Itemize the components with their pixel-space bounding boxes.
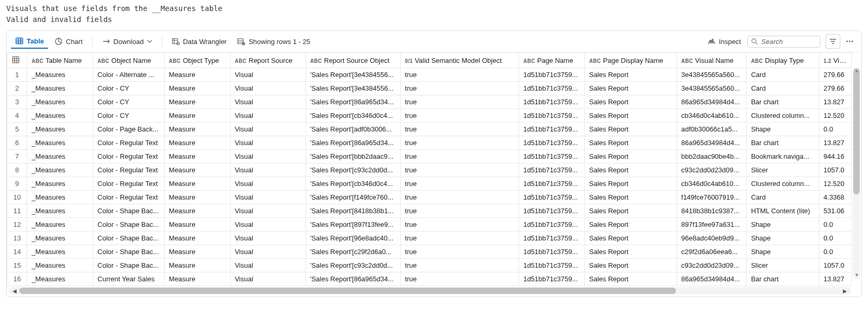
table-row[interactable]: 16_MeasuresCurrent Year SalesMeasureVisu… xyxy=(7,272,852,286)
cell[interactable]: 1d51bb71c3759... xyxy=(519,272,585,286)
table-row[interactable]: 2_MeasuresColor - CYMeasureVisual'Sales … xyxy=(7,82,852,95)
column-header[interactable]: ABCPage Name xyxy=(519,53,585,68)
cell[interactable]: 0.0 xyxy=(819,232,852,245)
cell[interactable]: Color - Regular Text xyxy=(93,191,165,204)
cell[interactable]: Sales Report xyxy=(585,177,677,191)
cell[interactable]: Visual xyxy=(230,272,306,286)
cell[interactable]: 13.827 xyxy=(819,136,852,150)
cell[interactable]: 'Sales Report'[86a965d34... xyxy=(306,272,400,286)
cell[interactable]: 'Sales Report'[86a965d34... xyxy=(306,95,400,109)
cell[interactable]: Color - Regular Text xyxy=(93,163,165,177)
cell[interactable]: true xyxy=(401,259,519,272)
cell[interactable]: true xyxy=(401,150,519,163)
cell[interactable]: 1d51bb71c3759... xyxy=(519,177,585,191)
rows-status[interactable]: Showing rows 1 - 25 xyxy=(233,35,314,48)
cell[interactable]: Sales Report xyxy=(585,218,677,232)
cell[interactable]: 'Sales Report'[96e8adc40... xyxy=(306,232,400,245)
cell[interactable]: Visual xyxy=(230,177,306,191)
cell[interactable]: Bookmark naviga... xyxy=(747,150,819,163)
cell[interactable]: 0.0 xyxy=(819,218,852,232)
cell[interactable]: 'Sales Report'[8418b38b1... xyxy=(306,204,400,218)
cell[interactable]: Sales Report xyxy=(585,150,677,163)
cell[interactable]: 1d51bb71c3759... xyxy=(519,218,585,232)
cell[interactable]: 'Sales Report'[cb346d0c4... xyxy=(306,177,400,191)
cell[interactable]: Card xyxy=(747,191,819,204)
cell[interactable]: 1d51bb71c3759... xyxy=(519,232,585,245)
cell[interactable]: 0.0 xyxy=(819,123,852,136)
cell[interactable]: Bar chart xyxy=(747,272,819,286)
cell[interactable]: Measure xyxy=(164,272,230,286)
more-button[interactable] xyxy=(842,34,857,49)
cell[interactable]: Sales Report xyxy=(585,191,677,204)
cell[interactable]: Bar chart xyxy=(747,95,819,109)
cell[interactable]: 'Sales Report'[897f13fee9... xyxy=(306,218,400,232)
cell[interactable]: Measure xyxy=(164,123,230,136)
cell[interactable]: Card xyxy=(747,82,819,95)
cell[interactable]: Visual xyxy=(230,82,306,95)
cell[interactable]: 1d51bb71c3759... xyxy=(519,163,585,177)
cell[interactable]: Sales Report xyxy=(585,232,677,245)
row-number-header[interactable] xyxy=(7,53,27,68)
cell[interactable]: 3e43845565a560... xyxy=(677,82,747,95)
cell[interactable]: 8418b38b1c9387... xyxy=(677,204,747,218)
cell[interactable]: Sales Report xyxy=(585,95,677,109)
cell[interactable]: Measure xyxy=(164,150,230,163)
filter-button[interactable] xyxy=(826,34,840,49)
cell[interactable]: Shape xyxy=(747,245,819,259)
cell[interactable]: 1d51bb71c3759... xyxy=(519,259,585,272)
table-row[interactable]: 15_MeasuresColor - Shape Bac...MeasureVi… xyxy=(7,259,852,272)
download-button[interactable]: Download xyxy=(98,35,156,48)
column-header[interactable]: ABCTable Name xyxy=(27,53,93,68)
vertical-scrollbar[interactable] xyxy=(853,68,860,279)
cell[interactable]: true xyxy=(401,68,519,82)
cell[interactable]: Visual xyxy=(230,136,306,150)
cell[interactable]: _Measures xyxy=(27,95,93,109)
table-row[interactable]: 3_MeasuresColor - CYMeasureVisual'Sales … xyxy=(7,95,852,109)
cell[interactable]: _Measures xyxy=(27,163,93,177)
cell[interactable]: Sales Report xyxy=(585,259,677,272)
table-row[interactable]: 14_MeasuresColor - Shape Bac...MeasureVi… xyxy=(7,245,852,259)
cell[interactable]: 1057.0 xyxy=(819,259,852,272)
column-header[interactable]: ABCReport Source Object xyxy=(306,53,400,68)
cell[interactable]: Visual xyxy=(230,109,306,123)
cell[interactable]: 'Sales Report'[bbb2daac9... xyxy=(306,150,400,163)
cell[interactable]: 86a965d34984d4... xyxy=(677,95,747,109)
cell[interactable]: c93c2dd0d23d09... xyxy=(677,259,747,272)
cell[interactable]: 12.520 xyxy=(819,109,852,123)
cell[interactable]: true xyxy=(401,218,519,232)
cell[interactable]: Sales Report xyxy=(585,82,677,95)
cell[interactable]: Color - Regular Text xyxy=(93,177,165,191)
column-header[interactable]: 0/1Valid Semantic Model Object xyxy=(401,53,519,68)
cell[interactable]: true xyxy=(401,95,519,109)
cell[interactable]: 1d51bb71c3759... xyxy=(519,95,585,109)
cell[interactable]: true xyxy=(401,177,519,191)
cell[interactable]: Measure xyxy=(164,163,230,177)
cell[interactable]: true xyxy=(401,191,519,204)
cell[interactable]: _Measures xyxy=(27,136,93,150)
cell[interactable]: true xyxy=(401,163,519,177)
cell[interactable]: 'Sales Report'[86a965d34... xyxy=(306,136,400,150)
cell[interactable]: Measure xyxy=(164,68,230,82)
cell[interactable]: Measure xyxy=(164,95,230,109)
cell[interactable]: f149fce76007919... xyxy=(677,191,747,204)
cell[interactable]: true xyxy=(401,232,519,245)
cell[interactable]: Shape xyxy=(747,123,819,136)
column-header[interactable]: 1.2Visual xyxy=(819,53,852,68)
cell[interactable]: Visual xyxy=(230,68,306,82)
cell[interactable]: true xyxy=(401,109,519,123)
cell[interactable]: _Measures xyxy=(27,218,93,232)
cell[interactable]: _Measures xyxy=(27,191,93,204)
cell[interactable]: Visual xyxy=(230,232,306,245)
cell[interactable]: 1d51bb71c3759... xyxy=(519,191,585,204)
cell[interactable]: 13.827 xyxy=(819,272,852,286)
cell[interactable]: Measure xyxy=(164,191,230,204)
cell[interactable]: _Measures xyxy=(27,150,93,163)
cell[interactable]: 4.3368 xyxy=(819,191,852,204)
cell[interactable]: Visual xyxy=(230,150,306,163)
cell[interactable]: 1d51bb71c3759... xyxy=(519,82,585,95)
cell[interactable]: Measure xyxy=(164,136,230,150)
cell[interactable]: true xyxy=(401,123,519,136)
cell[interactable]: _Measures xyxy=(27,123,93,136)
cell[interactable]: 'Sales Report'[c93c2dd0d... xyxy=(306,163,400,177)
cell[interactable]: Current Year Sales xyxy=(93,272,165,286)
